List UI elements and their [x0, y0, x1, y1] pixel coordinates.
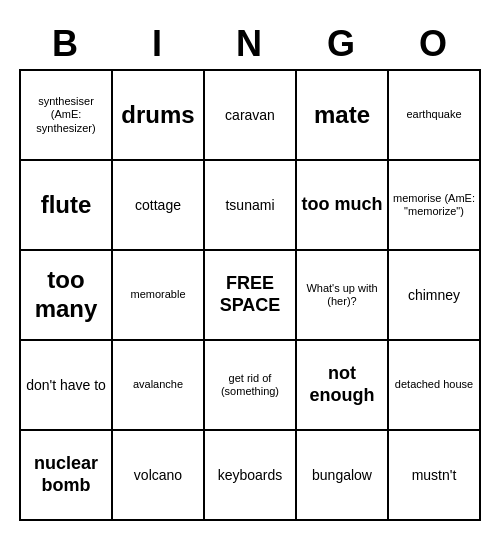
cell-0: synthesiser (AmE: synthesizer): [21, 71, 113, 161]
cell-19: detached house: [389, 341, 481, 431]
cell-9: memorise (AmE: "memorize"): [389, 161, 481, 251]
title-i: I: [112, 23, 204, 65]
cell-20: nuclear bomb: [21, 431, 113, 521]
cell-18: not enough: [297, 341, 389, 431]
cell-7: tsunami: [205, 161, 297, 251]
cell-17: get rid of (something): [205, 341, 297, 431]
cell-1: drums: [113, 71, 205, 161]
cell-2: caravan: [205, 71, 297, 161]
cell-16: avalanche: [113, 341, 205, 431]
title-n: N: [204, 23, 296, 65]
title-o: O: [388, 23, 480, 65]
cell-22: keyboards: [205, 431, 297, 521]
cell-5: flute: [21, 161, 113, 251]
cell-8: too much: [297, 161, 389, 251]
cell-23: bungalow: [297, 431, 389, 521]
cell-11: memorable: [113, 251, 205, 341]
cell-10: too many: [21, 251, 113, 341]
cell-3: mate: [297, 71, 389, 161]
title-b: B: [20, 23, 112, 65]
cell-21: volcano: [113, 431, 205, 521]
cell-13: What's up with (her)?: [297, 251, 389, 341]
cell-4: earthquake: [389, 71, 481, 161]
bingo-grid: synthesiser (AmE: synthesizer)drumscarav…: [19, 69, 481, 521]
cell-15: don't have to: [21, 341, 113, 431]
bingo-title: B I N G O: [20, 23, 480, 65]
cell-6: cottage: [113, 161, 205, 251]
cell-12: FREE SPACE: [205, 251, 297, 341]
cell-14: chimney: [389, 251, 481, 341]
title-g: G: [296, 23, 388, 65]
cell-24: mustn't: [389, 431, 481, 521]
